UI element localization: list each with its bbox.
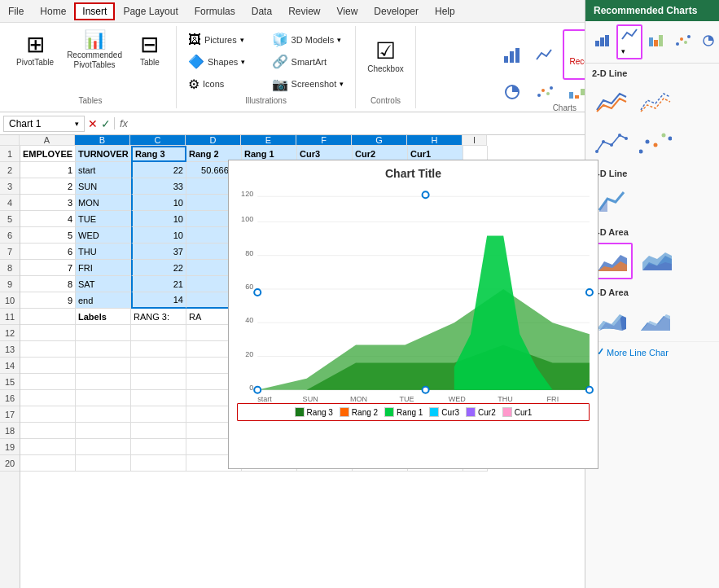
cell-a13[interactable] <box>20 341 76 358</box>
cell-b20[interactable] <box>76 455 131 472</box>
cell-b6[interactable]: WED <box>76 227 131 244</box>
cell-b10[interactable]: end <box>76 292 131 309</box>
menu-insert[interactable]: Insert <box>74 2 115 20</box>
icons-button[interactable]: ⚙ Icons <box>183 75 265 94</box>
cell-c10[interactable]: 14 <box>131 292 186 309</box>
cell-c2[interactable]: 22 <box>131 162 186 178</box>
cell-b4[interactable]: MON <box>76 195 131 211</box>
cell-b15[interactable] <box>76 374 131 390</box>
cell-a19[interactable] <box>20 439 76 455</box>
col-header-a[interactable]: A <box>20 135 75 146</box>
cell-a12[interactable] <box>20 325 76 341</box>
2d-line-dots-icon-2[interactable] <box>636 125 675 160</box>
cell-a4[interactable]: 3 <box>20 195 76 211</box>
2d-area-icon-2[interactable] <box>638 243 677 279</box>
cell-b8[interactable]: FRI <box>76 260 131 276</box>
cell-a1[interactable]: EMPLOYEE <box>20 146 76 162</box>
cell-a17[interactable] <box>20 406 76 423</box>
cell-b19[interactable] <box>76 439 131 455</box>
cell-c11[interactable]: RANG 3: <box>131 309 186 325</box>
fx-icon[interactable]: fx <box>114 117 128 129</box>
menu-developer[interactable]: Developer <box>366 2 427 20</box>
pictures-button[interactable]: 🖼 Pictures ▾ <box>183 31 265 49</box>
cell-c9[interactable]: 21 <box>131 276 186 292</box>
cell-a14[interactable] <box>20 358 76 374</box>
col-header-d[interactable]: D <box>186 135 241 146</box>
recommended-pivottables-button[interactable]: 📊 Recommended PivotTables <box>62 29 127 72</box>
smart-art-button[interactable]: 🔗 SmartArt <box>267 52 349 71</box>
checkbox-button[interactable]: ☑ Checkbox <box>362 38 408 76</box>
col-header-h[interactable]: H <box>407 135 463 146</box>
col-header-i[interactable]: I <box>463 135 487 146</box>
menu-review[interactable]: Review <box>280 2 328 20</box>
3d-models-button[interactable]: 🧊 3D Models ▾ <box>267 30 349 49</box>
cell-a15[interactable] <box>20 374 76 390</box>
cell-b9[interactable]: SAT <box>76 276 131 292</box>
cell-b13[interactable] <box>76 341 131 358</box>
menu-view[interactable]: View <box>329 2 366 20</box>
shapes-button[interactable]: 🔷 Shapes ▾ <box>183 52 265 71</box>
cancel-formula-icon[interactable]: ✕ <box>88 117 98 130</box>
cell-b3[interactable]: SUN <box>76 178 131 195</box>
bar-type-btn[interactable] <box>590 32 615 52</box>
cell-c14[interactable] <box>131 358 186 374</box>
menu-home[interactable]: Home <box>32 2 74 20</box>
cell-a3[interactable]: 2 <box>20 178 76 195</box>
cell-a16[interactable] <box>20 390 76 406</box>
scatter-chart-button[interactable] <box>530 82 559 102</box>
cell-c19[interactable] <box>131 439 186 455</box>
name-box-dropdown[interactable]: ▾ <box>75 120 79 128</box>
cell-a18[interactable] <box>20 423 76 439</box>
col-header-g[interactable]: G <box>352 135 407 146</box>
col-header-b[interactable]: B <box>75 135 130 146</box>
cell-b1[interactable]: TURNOVER <box>76 146 131 162</box>
pie-type-btn[interactable] <box>696 32 719 52</box>
3d-area-icon-2[interactable] <box>636 303 675 338</box>
cell-c12[interactable] <box>131 325 186 341</box>
cell-b17[interactable] <box>76 406 131 423</box>
menu-page-layout[interactable]: Page Layout <box>115 2 186 20</box>
col-header-c[interactable]: C <box>130 135 186 146</box>
cell-c15[interactable] <box>131 374 186 390</box>
cell-b14[interactable] <box>76 358 131 374</box>
cell-c20[interactable] <box>131 455 186 472</box>
cell-b18[interactable] <box>76 423 131 439</box>
2d-line-icon-2[interactable] <box>636 84 675 119</box>
more-line-charts-button[interactable]: More Line Char <box>585 341 719 363</box>
cell-a6[interactable]: 5 <box>20 227 76 244</box>
cell-c6[interactable]: 10 <box>131 227 186 244</box>
menu-file[interactable]: File <box>0 2 32 20</box>
scatter-type-btn[interactable] <box>670 32 695 52</box>
cell-c16[interactable] <box>131 390 186 406</box>
line-type-btn[interactable]: ▾ <box>616 24 642 59</box>
screenshot-button[interactable]: 📷 Screenshot ▾ <box>267 75 349 94</box>
cell-a9[interactable]: 8 <box>20 276 76 292</box>
confirm-formula-icon[interactable]: ✓ <box>101 117 111 130</box>
cell-b2[interactable]: start <box>76 162 131 178</box>
cell-a11[interactable] <box>20 309 76 325</box>
chart-overlay[interactable]: Chart Title 0 20 40 60 80 100 120 <box>228 160 598 469</box>
cell-a2[interactable]: 1 <box>20 162 76 178</box>
cell-c4[interactable]: 10 <box>131 195 186 211</box>
cell-a10[interactable]: 9 <box>20 292 76 309</box>
cell-c18[interactable] <box>131 423 186 439</box>
cell-a20[interactable] <box>20 455 76 472</box>
2d-line-dots-icon-1[interactable] <box>592 125 631 160</box>
pivot-table-button[interactable]: ⊞ PivotTable <box>11 32 59 69</box>
cell-c17[interactable] <box>131 406 186 423</box>
line-chart-button[interactable] <box>530 29 559 80</box>
cell-c3[interactable]: 33 <box>131 178 186 195</box>
bar-chart-button[interactable] <box>498 29 527 80</box>
col-header-e[interactable]: E <box>241 135 296 146</box>
cell-b5[interactable]: TUE <box>76 211 131 227</box>
menu-help[interactable]: Help <box>427 2 463 20</box>
cell-c8[interactable]: 22 <box>131 260 186 276</box>
cell-b16[interactable] <box>76 390 131 406</box>
cell-a7[interactable]: 6 <box>20 244 76 260</box>
2d-line-icon-1[interactable] <box>592 84 631 119</box>
col-header-f[interactable]: F <box>296 135 352 146</box>
name-box[interactable]: Chart 1 ▾ <box>3 116 85 132</box>
cell-b12[interactable] <box>76 325 131 341</box>
cell-a5[interactable]: 4 <box>20 211 76 227</box>
cell-c13[interactable] <box>131 341 186 358</box>
